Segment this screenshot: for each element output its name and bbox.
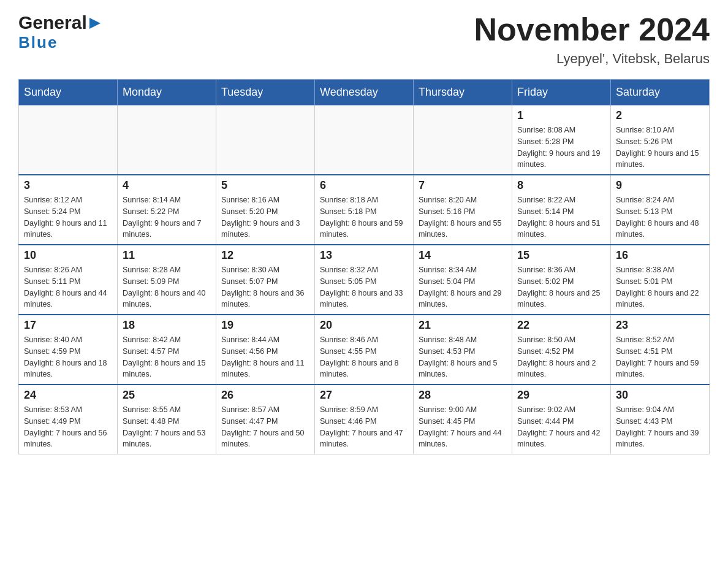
logo-triangle-icon: [88, 17, 102, 30]
day-number: 8: [517, 179, 605, 192]
calendar-cell: 5Sunrise: 8:16 AMSunset: 5:20 PMDaylight…: [216, 175, 315, 245]
day-info: Sunrise: 8:53 AMSunset: 4:49 PMDaylight:…: [24, 404, 112, 450]
day-number: 17: [24, 319, 112, 332]
calendar-table: Sunday Monday Tuesday Wednesday Thursday…: [18, 79, 710, 454]
logo-blue-text: Blue: [18, 33, 58, 52]
header-tuesday: Tuesday: [216, 80, 315, 105]
calendar-cell: [19, 105, 118, 175]
day-number: 2: [616, 109, 704, 122]
calendar-cell: 14Sunrise: 8:34 AMSunset: 5:04 PMDayligh…: [414, 245, 512, 315]
day-info: Sunrise: 8:22 AMSunset: 5:14 PMDaylight:…: [517, 194, 605, 240]
week-row-4: 17Sunrise: 8:40 AMSunset: 4:59 PMDayligh…: [19, 315, 710, 385]
day-number: 26: [221, 389, 309, 402]
day-number: 16: [616, 249, 704, 262]
calendar-cell: 17Sunrise: 8:40 AMSunset: 4:59 PMDayligh…: [19, 315, 118, 385]
calendar-cell: 18Sunrise: 8:42 AMSunset: 4:57 PMDayligh…: [118, 315, 216, 385]
day-number: 24: [24, 389, 112, 402]
calendar-cell: 8Sunrise: 8:22 AMSunset: 5:14 PMDaylight…: [512, 175, 611, 245]
day-info: Sunrise: 8:36 AMSunset: 5:02 PMDaylight:…: [517, 264, 605, 310]
week-row-2: 3Sunrise: 8:12 AMSunset: 5:24 PMDaylight…: [19, 175, 710, 245]
day-info: Sunrise: 8:08 AMSunset: 5:28 PMDaylight:…: [517, 124, 605, 170]
day-info: Sunrise: 8:10 AMSunset: 5:26 PMDaylight:…: [616, 124, 704, 170]
day-number: 19: [221, 319, 309, 332]
day-info: Sunrise: 8:59 AMSunset: 4:46 PMDaylight:…: [320, 404, 408, 450]
calendar-cell: 19Sunrise: 8:44 AMSunset: 4:56 PMDayligh…: [216, 315, 315, 385]
calendar-cell: 4Sunrise: 8:14 AMSunset: 5:22 PMDaylight…: [118, 175, 216, 245]
day-info: Sunrise: 8:14 AMSunset: 5:22 PMDaylight:…: [123, 194, 211, 240]
day-info: Sunrise: 8:28 AMSunset: 5:09 PMDaylight:…: [123, 264, 211, 310]
day-number: 4: [123, 179, 211, 192]
header-thursday: Thursday: [414, 80, 512, 105]
day-info: Sunrise: 8:34 AMSunset: 5:04 PMDaylight:…: [419, 264, 507, 310]
day-info: Sunrise: 8:18 AMSunset: 5:18 PMDaylight:…: [320, 194, 408, 240]
calendar-cell: 24Sunrise: 8:53 AMSunset: 4:49 PMDayligh…: [19, 385, 118, 454]
calendar-cell: 22Sunrise: 8:50 AMSunset: 4:52 PMDayligh…: [512, 315, 611, 385]
header-friday: Friday: [512, 80, 611, 105]
calendar-title: November 2024: [474, 12, 710, 47]
calendar-cell: 20Sunrise: 8:46 AMSunset: 4:55 PMDayligh…: [315, 315, 414, 385]
day-info: Sunrise: 8:40 AMSunset: 4:59 PMDaylight:…: [24, 334, 112, 380]
day-number: 30: [616, 389, 704, 402]
calendar-cell: 10Sunrise: 8:26 AMSunset: 5:11 PMDayligh…: [19, 245, 118, 315]
calendar-cell: [216, 105, 315, 175]
day-number: 6: [320, 179, 408, 192]
day-number: 28: [419, 389, 507, 402]
week-row-3: 10Sunrise: 8:26 AMSunset: 5:11 PMDayligh…: [19, 245, 710, 315]
day-info: Sunrise: 9:04 AMSunset: 4:43 PMDaylight:…: [616, 404, 704, 450]
day-number: 13: [320, 249, 408, 262]
header-sunday: Sunday: [19, 80, 118, 105]
calendar-cell: [118, 105, 216, 175]
day-info: Sunrise: 8:20 AMSunset: 5:16 PMDaylight:…: [419, 194, 507, 240]
day-number: 21: [419, 319, 507, 332]
day-number: 27: [320, 389, 408, 402]
calendar-subtitle: Lyepyel', Vitebsk, Belarus: [474, 51, 710, 67]
calendar-cell: 7Sunrise: 8:20 AMSunset: 5:16 PMDaylight…: [414, 175, 512, 245]
day-number: 3: [24, 179, 112, 192]
day-number: 23: [616, 319, 704, 332]
header-monday: Monday: [118, 80, 216, 105]
day-number: 5: [221, 179, 309, 192]
day-info: Sunrise: 8:50 AMSunset: 4:52 PMDaylight:…: [517, 334, 605, 380]
day-info: Sunrise: 9:00 AMSunset: 4:45 PMDaylight:…: [419, 404, 507, 450]
day-number: 22: [517, 319, 605, 332]
day-number: 12: [221, 249, 309, 262]
day-number: 14: [419, 249, 507, 262]
calendar-cell: 26Sunrise: 8:57 AMSunset: 4:47 PMDayligh…: [216, 385, 315, 454]
day-info: Sunrise: 8:30 AMSunset: 5:07 PMDaylight:…: [221, 264, 309, 310]
day-number: 29: [517, 389, 605, 402]
day-info: Sunrise: 8:16 AMSunset: 5:20 PMDaylight:…: [221, 194, 309, 240]
calendar-cell: 3Sunrise: 8:12 AMSunset: 5:24 PMDaylight…: [19, 175, 118, 245]
calendar-cell: 6Sunrise: 8:18 AMSunset: 5:18 PMDaylight…: [315, 175, 414, 245]
week-row-5: 24Sunrise: 8:53 AMSunset: 4:49 PMDayligh…: [19, 385, 710, 454]
day-number: 1: [517, 109, 605, 122]
calendar-cell: 21Sunrise: 8:48 AMSunset: 4:53 PMDayligh…: [414, 315, 512, 385]
calendar-cell: 2Sunrise: 8:10 AMSunset: 5:26 PMDaylight…: [611, 105, 710, 175]
day-info: Sunrise: 8:38 AMSunset: 5:01 PMDaylight:…: [616, 264, 704, 310]
calendar-cell: [414, 105, 512, 175]
header-wednesday: Wednesday: [315, 80, 414, 105]
calendar-cell: [315, 105, 414, 175]
calendar-cell: 29Sunrise: 9:02 AMSunset: 4:44 PMDayligh…: [512, 385, 611, 454]
svg-marker-0: [89, 18, 100, 29]
calendar-cell: 28Sunrise: 9:00 AMSunset: 4:45 PMDayligh…: [414, 385, 512, 454]
calendar-cell: 27Sunrise: 8:59 AMSunset: 4:46 PMDayligh…: [315, 385, 414, 454]
weekday-header-row: Sunday Monday Tuesday Wednesday Thursday…: [19, 80, 710, 105]
day-number: 7: [419, 179, 507, 192]
day-info: Sunrise: 8:55 AMSunset: 4:48 PMDaylight:…: [123, 404, 211, 450]
calendar-cell: 12Sunrise: 8:30 AMSunset: 5:07 PMDayligh…: [216, 245, 315, 315]
day-info: Sunrise: 8:44 AMSunset: 4:56 PMDaylight:…: [221, 334, 309, 380]
calendar-cell: 9Sunrise: 8:24 AMSunset: 5:13 PMDaylight…: [611, 175, 710, 245]
day-number: 11: [123, 249, 211, 262]
day-info: Sunrise: 8:32 AMSunset: 5:05 PMDaylight:…: [320, 264, 408, 310]
header-saturday: Saturday: [611, 80, 710, 105]
week-row-1: 1Sunrise: 8:08 AMSunset: 5:28 PMDaylight…: [19, 105, 710, 175]
calendar-cell: 15Sunrise: 8:36 AMSunset: 5:02 PMDayligh…: [512, 245, 611, 315]
calendar-cell: 13Sunrise: 8:32 AMSunset: 5:05 PMDayligh…: [315, 245, 414, 315]
title-area: November 2024 Lyepyel', Vitebsk, Belarus: [474, 12, 710, 67]
calendar-cell: 16Sunrise: 8:38 AMSunset: 5:01 PMDayligh…: [611, 245, 710, 315]
day-info: Sunrise: 8:26 AMSunset: 5:11 PMDaylight:…: [24, 264, 112, 310]
calendar-cell: 25Sunrise: 8:55 AMSunset: 4:48 PMDayligh…: [118, 385, 216, 454]
page-header: General Blue November 2024 Lyepyel', Vit…: [18, 12, 710, 67]
calendar-cell: 23Sunrise: 8:52 AMSunset: 4:51 PMDayligh…: [611, 315, 710, 385]
day-info: Sunrise: 8:57 AMSunset: 4:47 PMDaylight:…: [221, 404, 309, 450]
